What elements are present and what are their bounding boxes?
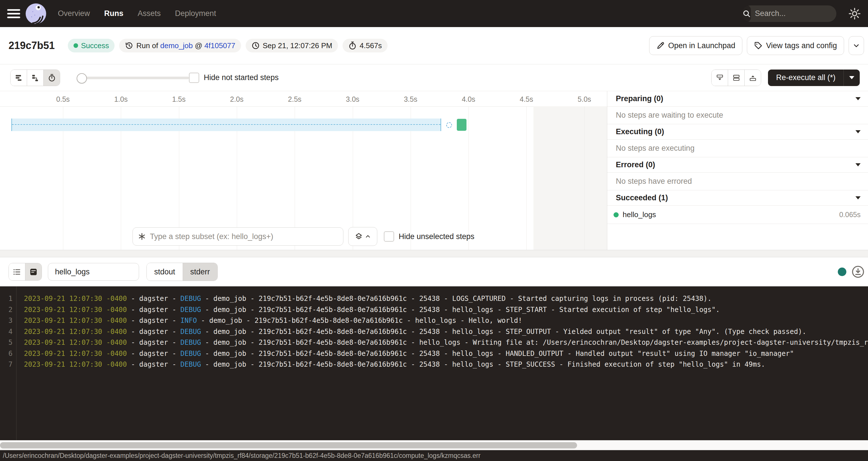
log-line: 22023-09-21 12:07:30 -0400 - dagster - D… — [0, 304, 868, 315]
hide-unselected-label[interactable]: Hide unselected steps — [399, 232, 474, 241]
caret-down-icon — [856, 196, 861, 199]
caret-down-icon — [849, 76, 854, 79]
log-filter-input[interactable] — [55, 267, 132, 277]
commit-link[interactable]: 4f105077 — [204, 41, 235, 50]
op-selector-icon — [138, 233, 146, 241]
layers-icon — [355, 233, 363, 241]
collapse-bottom-button[interactable] — [712, 70, 728, 86]
chevron-up-icon — [365, 234, 371, 239]
step-subset-box — [132, 227, 343, 246]
step-status-panel: Preparing (0) No steps are waiting to ex… — [607, 91, 868, 250]
axis-border — [0, 106, 607, 106]
header-more-dropdown-button[interactable] — [848, 36, 864, 55]
nav-item-assets[interactable]: Assets — [137, 9, 161, 18]
search-box[interactable]: / — [742, 5, 836, 22]
section-preparing[interactable]: Preparing (0) — [607, 91, 868, 106]
axis-tick: 1.5s — [162, 95, 196, 103]
raw-log-view-button[interactable] — [25, 263, 41, 280]
tab-stdout[interactable]: stdout — [147, 263, 183, 281]
hide-unselected-checkbox[interactable] — [384, 232, 394, 242]
log-horizontal-scrollbar — [0, 440, 868, 450]
stopwatch-icon — [348, 41, 357, 50]
nav-item-overview[interactable]: Overview — [58, 9, 90, 18]
timed-view-button[interactable] — [43, 70, 60, 86]
gantt-chart: 0.5s1.0s1.5s2.0s2.5s3.0s3.5s4.0s4.5s5.0s… — [0, 91, 607, 250]
hide-not-started-label[interactable]: Hide not started steps — [204, 73, 279, 82]
log-line: 32023-09-21 12:07:30 -0400 - dagster - I… — [0, 315, 868, 326]
reexecute-dropdown-button[interactable] — [844, 69, 860, 86]
caret-down-icon — [856, 163, 861, 166]
graph-query-toggle-button[interactable] — [348, 227, 377, 246]
gantt-toolbar: Hide not started steps Re-execute all (*… — [0, 64, 868, 91]
gridline — [526, 106, 527, 250]
waiting-dashed-line — [12, 124, 440, 125]
download-log-button[interactable] — [851, 265, 865, 278]
tag-icon — [754, 41, 763, 50]
hide-not-started-checkbox[interactable] — [189, 73, 199, 83]
section-succeeded[interactable]: Succeeded (1) — [607, 190, 868, 206]
pencil-icon — [656, 41, 665, 50]
hamburger-menu-icon[interactable] — [7, 8, 20, 19]
log-line: 12023-09-21 12:07:30 -0400 - dagster - D… — [0, 293, 868, 304]
start-time-tag: Sep 21, 12:07:26 PM — [246, 39, 338, 53]
structured-log-view-button[interactable] — [9, 263, 25, 280]
step-start-marker-icon — [446, 122, 452, 128]
after-run-end-region — [533, 106, 607, 250]
section-preparing-empty: No steps are waiting to execute — [607, 106, 868, 124]
scrollbar-thumb[interactable] — [0, 442, 577, 449]
axis-tick: 4.0s — [452, 95, 486, 103]
axis-tick: 1.0s — [104, 95, 138, 103]
flat-view-button[interactable] — [10, 70, 27, 86]
step-success-dot-icon — [614, 212, 619, 217]
log-line: 72023-09-21 12:07:30 -0400 - dagster - D… — [0, 359, 868, 370]
run-header: 219c7b51 Success Run of demo_job @ 4f105… — [0, 27, 868, 64]
section-executing[interactable]: Executing (0) — [607, 124, 868, 140]
nav-item-runs[interactable]: Runs — [104, 9, 124, 18]
reexecute-all-button[interactable]: Re-execute all (*) — [768, 69, 860, 86]
dagster-run-page: Overview Runs Assets Deployment / 219c7b… — [0, 0, 868, 461]
clock-icon — [251, 41, 260, 50]
split-panels-button[interactable] — [728, 70, 744, 86]
log-filter-box — [48, 263, 139, 281]
step-waiting-bar — [11, 119, 441, 131]
log-file-path: /Users/erincochran/Desktop/dagster-examp… — [3, 452, 480, 460]
tab-stderr[interactable]: stderr — [183, 263, 217, 281]
search-input[interactable] — [751, 9, 836, 18]
section-errored-empty: No steps have errored — [607, 173, 868, 190]
collapse-top-button[interactable] — [744, 70, 761, 86]
slider-track — [81, 76, 189, 79]
log-lines: 12023-09-21 12:07:30 -0400 - dagster - D… — [0, 293, 868, 370]
axis-tick: 2.0s — [220, 95, 254, 103]
section-errored[interactable]: Errored (0) — [607, 157, 868, 173]
step-duration: 0.065s — [839, 211, 861, 219]
duration-tag: 4.567s — [343, 39, 388, 53]
view-tags-config-button[interactable]: View tags and config — [747, 36, 844, 55]
panel-splitter[interactable] — [0, 250, 868, 257]
slider-thumb[interactable] — [76, 73, 87, 84]
log-view-mode-group — [8, 263, 42, 281]
history-icon — [125, 41, 133, 50]
status-badge: Success — [68, 39, 115, 53]
caret-down-icon — [856, 97, 861, 100]
log-stream-tabs: stdout stderr — [147, 263, 218, 281]
axis-tick: 2.5s — [278, 95, 312, 103]
log-line: 42023-09-21 12:07:30 -0400 - dagster - D… — [0, 326, 868, 337]
axis-tick: 3.0s — [336, 95, 370, 103]
job-link[interactable]: demo_job — [160, 41, 193, 50]
raw-log-view: 12023-09-21 12:07:30 -0400 - dagster - D… — [0, 286, 868, 440]
step-subset-row: Hide unselected steps — [132, 227, 474, 246]
step-name: hello_logs — [623, 210, 656, 219]
step-subset-input[interactable] — [149, 232, 338, 241]
status-dot-icon — [73, 43, 78, 48]
gear-icon[interactable] — [848, 7, 861, 20]
step-bar-hello-logs[interactable] — [457, 119, 466, 131]
succeeded-step-row[interactable]: hello_logs 0.065s — [607, 206, 868, 224]
nav-item-deployment[interactable]: Deployment — [175, 9, 216, 18]
axis-tick: 4.5s — [509, 95, 544, 103]
top-nav: Overview Runs Assets Deployment / — [0, 0, 868, 27]
gantt-zoom-slider — [76, 70, 189, 86]
panel-layout-group — [711, 69, 761, 86]
open-in-launchpad-button[interactable]: Open in Launchpad — [649, 36, 743, 55]
waterfall-view-button[interactable] — [27, 70, 43, 86]
dagster-logo-icon[interactable] — [25, 3, 46, 24]
